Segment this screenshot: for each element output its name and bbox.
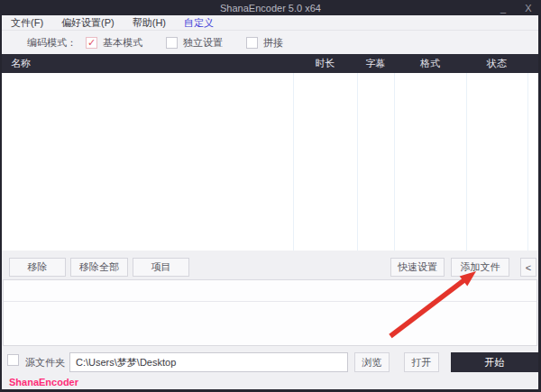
browse-button[interactable]: 浏览	[354, 352, 390, 372]
file-list[interactable]	[2, 73, 538, 251]
open-button[interactable]: 打开	[404, 352, 439, 372]
column-duration[interactable]: 时长	[293, 57, 357, 70]
log-panel-divider	[4, 301, 536, 302]
source-folder-checkbox[interactable]	[7, 354, 19, 366]
app-window: ShanaEncoder 5.0 x64 _ X 文件(F) 偏好设置(P) 帮…	[0, 0, 541, 392]
column-name[interactable]: 名称	[2, 57, 293, 70]
brand-logo: ShanaEncoder	[9, 377, 78, 387]
minimize-icon[interactable]: _	[495, 0, 511, 15]
column-divider	[357, 73, 358, 251]
encode-mode-label: 编码模式：	[27, 36, 77, 50]
window-border-left	[0, 15, 2, 392]
add-files-button[interactable]: 添加文件	[451, 258, 509, 277]
column-divider	[527, 73, 528, 251]
file-table-header: 名称 时长 字幕 格式 状态	[2, 54, 538, 73]
checkbox-basic-mode[interactable]: ✓	[86, 37, 97, 49]
collapse-panel-button[interactable]: <	[520, 258, 536, 277]
status-bar: ShanaEncoder	[2, 374, 538, 389]
column-divider	[394, 73, 395, 251]
concat-label[interactable]: 拼接	[263, 36, 283, 50]
output-path-input[interactable]	[69, 352, 348, 372]
menu-customize[interactable]: 自定义	[175, 15, 223, 30]
menu-file[interactable]: 文件(F)	[2, 15, 52, 30]
log-panel[interactable]	[3, 279, 537, 346]
encode-mode-bar: 编码模式： ✓ 基本模式 独立设置 拼接	[2, 31, 538, 54]
column-subtitle[interactable]: 字幕	[357, 57, 394, 70]
remove-button[interactable]: 移除	[9, 258, 66, 277]
source-folder-label: 源文件夹	[25, 356, 65, 369]
remove-all-button[interactable]: 移除全部	[70, 258, 128, 277]
project-button[interactable]: 项目	[133, 258, 189, 277]
checkbox-independent-settings[interactable]	[166, 37, 178, 49]
window-title: ShanaEncoder 5.0 x64	[220, 3, 321, 14]
menu-preferences[interactable]: 偏好设置(P)	[52, 15, 124, 30]
check-icon: ✓	[87, 38, 96, 48]
column-divider	[293, 73, 294, 251]
column-divider	[466, 73, 467, 251]
close-icon[interactable]: X	[520, 0, 536, 15]
independent-settings-label[interactable]: 独立设置	[183, 36, 223, 50]
quick-settings-button[interactable]: 快速设置	[390, 258, 445, 277]
menu-help[interactable]: 帮助(H)	[124, 15, 175, 30]
menu-bar: 文件(F) 偏好设置(P) 帮助(H) 自定义	[2, 15, 538, 31]
basic-mode-label[interactable]: 基本模式	[103, 36, 142, 50]
column-format[interactable]: 格式	[394, 57, 466, 70]
column-status[interactable]: 状态	[466, 57, 527, 70]
title-bar: ShanaEncoder 5.0 x64	[0, 0, 541, 15]
start-button[interactable]: 开始	[451, 352, 538, 372]
checkbox-concat[interactable]	[246, 37, 258, 49]
